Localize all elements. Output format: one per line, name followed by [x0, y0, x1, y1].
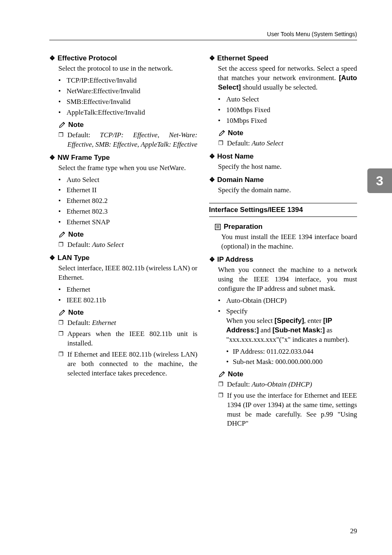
- bullet-text: SMB:Effective/Invalid: [67, 97, 131, 107]
- body-text: Specify the host name.: [218, 162, 357, 172]
- text-bold: [Specify]: [274, 317, 304, 325]
- note-heading: Note: [58, 309, 198, 317]
- note-item: ❐ Default: Auto Select: [218, 139, 357, 148]
- heading-lan-type: ❖ LAN Type: [49, 254, 198, 262]
- pencil-icon: [218, 371, 226, 378]
- list-item: •SMB:Effective/Invalid: [58, 97, 198, 107]
- note-label: Note: [68, 230, 84, 239]
- note-heading: Note: [218, 129, 357, 137]
- chapter-tab: 3: [367, 168, 392, 193]
- note-item: ❐ Default: Auto Select: [58, 240, 198, 250]
- bullet-text: AppleTalk:Effective/Invalid: [67, 108, 145, 117]
- square-icon: ❐: [218, 391, 224, 429]
- page-number: 29: [350, 527, 357, 535]
- body-text: Select interface, IEEE 802.11b (wireless…: [58, 264, 198, 283]
- list-item: •Ethernet II: [58, 186, 198, 195]
- list-item: •Auto Select: [218, 95, 357, 104]
- bullet-text: Ethernet II: [67, 186, 97, 195]
- note-label: Note: [228, 129, 244, 137]
- pencil-icon: [58, 121, 66, 129]
- note-prefix: Default:: [67, 319, 92, 327]
- square-icon: ❐: [58, 329, 64, 348]
- note-item: ❐ Default: Ethernet: [58, 318, 198, 328]
- square-icon: ❐: [58, 350, 64, 378]
- body-text: Specify the domain name.: [218, 186, 357, 195]
- text-mid: , enter: [304, 317, 323, 325]
- note-prefix: Default:: [67, 131, 100, 139]
- right-column: ❖ Ethernet Speed Set the access speed fo…: [209, 50, 357, 430]
- bullet-text: IP Address: 011.022.033.044: [233, 347, 314, 357]
- list-item: •IP Address: 011.022.033.044: [226, 347, 357, 357]
- note-prefix: Default:: [67, 241, 92, 249]
- list-item: •TCP/IP:Effective/Invalid: [58, 76, 198, 85]
- list-item: •10Mbps Fixed: [218, 116, 357, 126]
- note-heading: Note: [218, 370, 357, 378]
- list-item: •Sub-net Mask: 000.000.000.000: [226, 357, 357, 367]
- pencil-icon: [218, 129, 226, 137]
- note-prefix: Default:: [227, 380, 252, 388]
- list-item: •Ethernet SNAP: [58, 218, 198, 227]
- note-item: ❐ Default: TCP/IP: Effective, Net-Ware: …: [58, 131, 198, 150]
- bullet-text: NetWare:Effective/Invalid: [67, 87, 141, 96]
- bullet-text: IEEE 802.11b: [67, 296, 106, 305]
- list-item: •AppleTalk:Effective/Invalid: [58, 108, 198, 117]
- bullet-text: Auto Select: [67, 175, 99, 185]
- list-item: •Ethernet 802.3: [58, 207, 198, 216]
- note-prefix: Default:: [227, 139, 252, 147]
- bullet-text: 100Mbps Fixed: [226, 106, 270, 115]
- list-item: •Auto-Obtain (DHCP): [218, 296, 357, 306]
- running-header: User Tools Menu (System Settings): [49, 31, 357, 40]
- square-icon: ❐: [58, 131, 64, 150]
- pencil-icon: [58, 231, 66, 238]
- bullet-text: Ethernet SNAP: [67, 218, 110, 227]
- note-heading: Note: [58, 121, 198, 129]
- bullet-text: TCP/IP:Effective/Invalid: [67, 76, 137, 85]
- bullet-text: 10Mbps Fixed: [226, 116, 267, 126]
- diamond-icon: ❖: [49, 254, 55, 262]
- bullet-text: Sub-net Mask: 000.000.000.000: [233, 357, 323, 367]
- heading-text: IP Address: [217, 256, 254, 264]
- body-text: When you connect the machine to a networ…: [218, 265, 357, 294]
- list-item: •IEEE 802.11b: [58, 296, 198, 305]
- note-label: Note: [68, 309, 84, 317]
- preparation-heading: Preparation: [214, 223, 357, 231]
- note-text: Appears when the IEEE 802.11b unit is in…: [67, 329, 198, 348]
- diamond-icon: ❖: [209, 176, 215, 184]
- list-item: •100Mbps Fixed: [218, 106, 357, 115]
- square-icon: ❐: [58, 318, 64, 328]
- heading-text: Effective Protocol: [58, 54, 117, 62]
- square-icon: ❐: [218, 380, 224, 389]
- preparation-body: You must install the IEEE 1394 interface…: [221, 233, 357, 251]
- section-interface-ieee1394: Interface Settings/IEEE 1394: [209, 203, 357, 217]
- text-bold: [Sub-net Mask:]: [272, 326, 325, 334]
- bullet-text: Ethernet 802.2: [67, 196, 108, 206]
- note-value: Auto-Obtain (DHCP): [251, 380, 312, 388]
- diamond-icon: ❖: [209, 54, 215, 62]
- heading-ethernet-speed: ❖ Ethernet Speed: [209, 54, 357, 62]
- clipboard-icon: [214, 223, 221, 230]
- bullet-text: Auto-Obtain (DHCP): [226, 296, 287, 306]
- note-item: ❐ If Ethernet and IEEE 802.11b (wireless…: [58, 350, 198, 378]
- diamond-icon: ❖: [49, 54, 55, 62]
- heading-text: NW Frame Type: [58, 154, 110, 162]
- list-item: •Ethernet: [58, 285, 198, 295]
- list-item: •Ethernet 802.2: [58, 196, 198, 206]
- text-pre: Set the access speed for networks. Selec…: [218, 64, 357, 82]
- list-item: •Auto Select: [58, 175, 198, 185]
- square-icon: ❐: [218, 139, 224, 148]
- left-column: ❖ Effective Protocol Select the protocol…: [49, 50, 198, 430]
- heading-text: Host Name: [217, 152, 254, 161]
- diamond-icon: ❖: [49, 154, 55, 161]
- note-heading: Note: [58, 230, 198, 239]
- bullet-text: Ethernet 802.3: [67, 207, 108, 216]
- heading-nw-frame-type: ❖ NW Frame Type: [49, 154, 198, 162]
- bullet-text: Auto Select: [226, 95, 259, 104]
- note-label: Note: [228, 370, 244, 378]
- diamond-icon: ❖: [209, 152, 215, 160]
- bullet-head: Specify: [226, 307, 248, 315]
- body-text: Set the access speed for networks. Selec…: [218, 64, 357, 92]
- list-item: • Specify When you select [Specify], ent…: [218, 307, 357, 345]
- note-value: Auto Select: [92, 241, 124, 249]
- preparation-label: Preparation: [224, 223, 263, 231]
- text-pre: When you select: [226, 317, 275, 325]
